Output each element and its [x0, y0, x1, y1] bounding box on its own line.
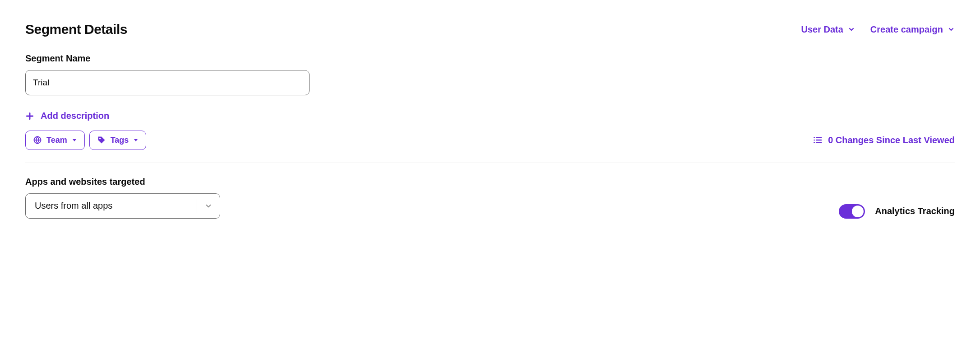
- chips-row: Team Tags 0 Changes Since Last Viewed: [25, 131, 955, 150]
- tags-chip-label: Tags: [111, 136, 129, 145]
- apps-targeted-field: Apps and websites targeted Users from al…: [25, 177, 220, 219]
- svg-point-12: [814, 142, 815, 143]
- globe-icon: [33, 136, 42, 145]
- svg-point-5: [99, 138, 101, 139]
- create-campaign-label: Create campaign: [870, 24, 943, 35]
- tags-dropdown-chip[interactable]: Tags: [89, 131, 147, 150]
- analytics-tracking-toggle[interactable]: [839, 204, 865, 219]
- svg-point-11: [814, 140, 815, 141]
- page-title: Segment Details: [25, 22, 127, 37]
- chips-group: Team Tags: [25, 131, 146, 150]
- apps-targeted-value: Users from all apps: [26, 201, 197, 211]
- changes-since-viewed-link[interactable]: 0 Changes Since Last Viewed: [813, 135, 955, 145]
- section-divider: [25, 163, 955, 163]
- svg-point-10: [814, 137, 815, 138]
- team-chip-label: Team: [46, 136, 67, 145]
- header-actions: User Data Create campaign: [801, 24, 955, 35]
- list-icon: [813, 135, 823, 145]
- chevron-down-icon: [948, 26, 955, 33]
- chevron-down-icon: [848, 26, 855, 33]
- caret-down-icon: [133, 137, 139, 143]
- segment-name-field: Segment Name: [25, 53, 955, 95]
- apps-targeted-select[interactable]: Users from all apps: [25, 193, 220, 219]
- add-description-row: Add description: [25, 111, 955, 122]
- svg-marker-4: [73, 139, 76, 141]
- toggle-knob: [852, 206, 864, 217]
- user-data-label: User Data: [801, 24, 843, 35]
- changes-text: 0 Changes Since Last Viewed: [828, 135, 955, 145]
- header-row: Segment Details User Data Create campaig…: [25, 22, 955, 37]
- add-description-label: Add description: [41, 111, 109, 121]
- analytics-tracking-label: Analytics Tracking: [875, 206, 955, 216]
- apps-targeted-label: Apps and websites targeted: [25, 177, 220, 187]
- tag-icon: [97, 136, 106, 145]
- segment-name-input[interactable]: [25, 70, 310, 95]
- svg-marker-6: [134, 139, 138, 141]
- add-description-button[interactable]: Add description: [25, 111, 109, 121]
- analytics-tracking-group: Analytics Tracking: [839, 204, 955, 219]
- chevron-down-icon: [197, 202, 220, 210]
- segment-name-label: Segment Name: [25, 53, 955, 64]
- caret-down-icon: [72, 137, 77, 143]
- create-campaign-dropdown[interactable]: Create campaign: [870, 24, 955, 35]
- plus-icon: [25, 112, 34, 121]
- targeting-row: Apps and websites targeted Users from al…: [25, 177, 955, 219]
- team-dropdown-chip[interactable]: Team: [25, 131, 85, 150]
- user-data-dropdown[interactable]: User Data: [801, 24, 855, 35]
